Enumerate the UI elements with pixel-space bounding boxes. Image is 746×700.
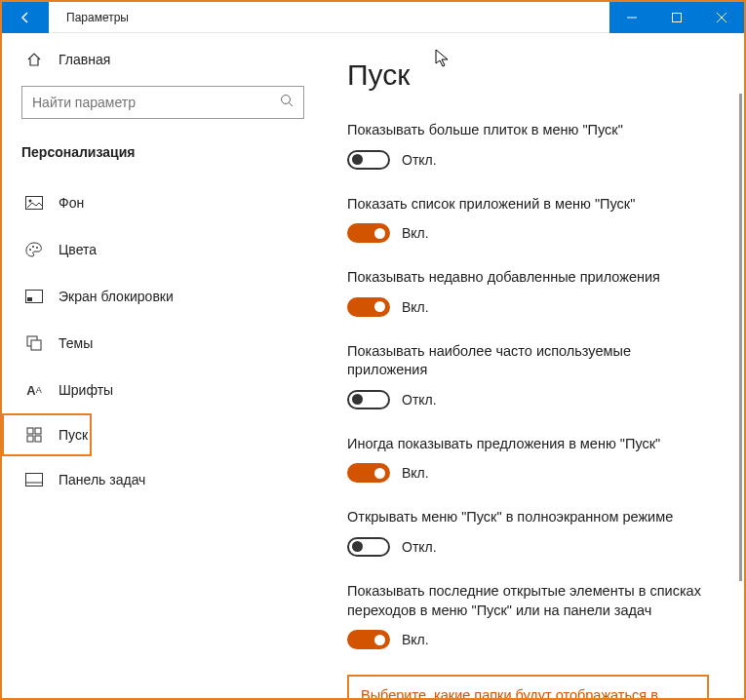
palette-icon [25, 241, 43, 258]
setting-item: Показать список приложений в меню "Пуск"… [347, 195, 709, 244]
sidebar-item-taskbar[interactable]: Панель задач [2, 456, 304, 503]
svg-point-5 [29, 200, 32, 203]
sidebar-item-label: Темы [59, 335, 93, 351]
setting-label: Показать список приложений в меню "Пуск" [347, 195, 709, 214]
start-icon [25, 426, 43, 444]
themes-icon [25, 334, 43, 352]
toggle-state-label: Вкл. [402, 465, 429, 481]
search-box[interactable] [21, 86, 304, 119]
sidebar-item-colors[interactable]: Цвета [2, 226, 304, 273]
close-button[interactable] [699, 2, 744, 33]
setting-item: Показывать наиболее часто используемые п… [347, 342, 709, 409]
toggle-switch[interactable] [347, 630, 390, 649]
section-header: Персонализация [21, 144, 304, 160]
toggle-switch[interactable] [347, 463, 390, 483]
svg-point-7 [32, 246, 34, 248]
toggle-switch[interactable] [347, 223, 390, 243]
sidebar-item-background[interactable]: Фон [2, 179, 304, 226]
setting-item: Показывать недавно добавленные приложени… [347, 268, 709, 317]
svg-point-8 [36, 247, 38, 249]
svg-rect-12 [31, 340, 41, 350]
svg-rect-16 [35, 436, 41, 442]
maximize-button[interactable] [654, 2, 699, 33]
setting-item: Показывать последние открытые элементы в… [347, 582, 709, 649]
search-input[interactable] [32, 95, 280, 110]
setting-label: Показывать последние открытые элементы в… [347, 582, 709, 620]
choose-folders-link[interactable]: Выберите, какие папки будут отображаться… [347, 675, 709, 698]
home-label: Главная [59, 52, 110, 67]
toggle-state-label: Вкл. [402, 299, 429, 315]
sidebar-item-label: Экран блокировки [59, 289, 174, 304]
sidebar-item-label: Пуск [59, 427, 88, 443]
toggle-switch[interactable] [347, 297, 390, 317]
setting-label: Показывать наиболее часто используемые п… [347, 342, 709, 380]
home-link[interactable]: Главная [21, 51, 304, 68]
svg-rect-15 [27, 436, 33, 442]
lockscreen-icon [25, 288, 43, 305]
search-icon [280, 94, 294, 111]
taskbar-icon [25, 471, 43, 488]
page-title: Пуск [347, 58, 709, 92]
setting-label: Открывать меню "Пуск" в полноэкранном ре… [347, 508, 709, 527]
svg-rect-13 [27, 428, 33, 434]
setting-label: Показывать больше плиток в меню "Пуск" [347, 121, 709, 140]
sidebar: Главная Персонализация Фон [2, 33, 324, 698]
toggle-switch[interactable] [347, 537, 390, 557]
svg-point-6 [29, 249, 31, 251]
sidebar-item-lockscreen[interactable]: Экран блокировки [2, 273, 304, 320]
sidebar-item-label: Фон [59, 195, 84, 211]
setting-item: Открывать меню "Пуск" в полноэкранном ре… [347, 508, 709, 557]
setting-item: Показывать больше плиток в меню "Пуск"От… [347, 121, 709, 170]
toggle-switch[interactable] [347, 150, 390, 170]
svg-rect-14 [35, 428, 41, 434]
sidebar-item-fonts[interactable]: AA Шрифты [2, 367, 304, 413]
setting-label: Показывать недавно добавленные приложени… [347, 268, 709, 288]
window-controls [609, 2, 744, 33]
toggle-state-label: Откл. [402, 152, 437, 168]
svg-rect-1 [673, 13, 682, 21]
minimize-button[interactable] [609, 2, 654, 33]
sidebar-item-label: Шрифты [59, 382, 113, 398]
fonts-icon: AA [25, 381, 43, 399]
titlebar: Параметры [2, 2, 744, 33]
toggle-state-label: Вкл. [402, 225, 429, 241]
home-icon [25, 51, 43, 68]
toggle-state-label: Откл. [402, 392, 437, 408]
toggle-switch[interactable] [347, 390, 390, 409]
back-button[interactable] [2, 2, 49, 33]
toggle-state-label: Откл. [402, 539, 437, 555]
svg-rect-10 [27, 297, 32, 301]
sidebar-item-themes[interactable]: Темы [2, 320, 304, 367]
setting-label: Иногда показывать предложения в меню "Пу… [347, 435, 709, 454]
sidebar-item-start[interactable]: Пуск [2, 413, 92, 456]
nav-list: Фон Цвета Экран блокировки [2, 179, 304, 503]
svg-rect-17 [26, 474, 43, 486]
sidebar-item-label: Цвета [59, 242, 97, 257]
image-icon [25, 194, 43, 212]
sidebar-item-label: Панель задач [59, 472, 145, 487]
toggle-state-label: Вкл. [402, 632, 429, 647]
svg-line-3 [290, 103, 294, 107]
window-body: Главная Персонализация Фон [2, 33, 744, 698]
content-area: Пуск Показывать больше плиток в меню "Пу… [324, 33, 744, 698]
svg-point-2 [282, 96, 291, 104]
setting-item: Иногда показывать предложения в меню "Пу… [347, 435, 709, 484]
window-title: Параметры [66, 11, 129, 24]
settings-window: Параметры Главная [0, 0, 746, 700]
scrollbar[interactable] [739, 94, 742, 581]
